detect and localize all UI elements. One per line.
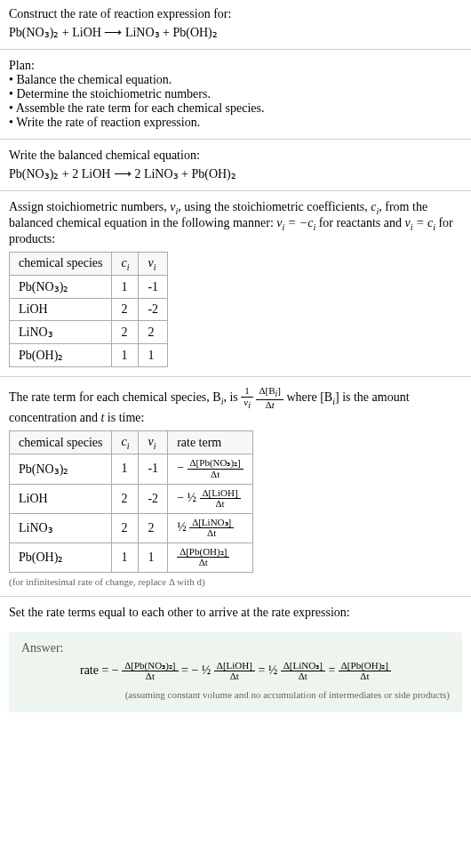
rate-expression: rate = − Δ[Pb(NO₃)₂]Δt = − ½ Δ[LiOH]Δt =…: [21, 661, 450, 682]
cell-ci: 2: [112, 299, 139, 321]
header-title: Construct the rate of reaction expressio…: [9, 7, 462, 21]
equals: =: [328, 663, 338, 677]
cell-ci: 1: [112, 344, 139, 367]
cell-vi: 1: [139, 542, 168, 572]
plan-item-text: Assemble the rate term for each chemical…: [16, 101, 265, 115]
col-ci: ci: [112, 252, 139, 276]
header-block: Construct the rate of reaction expressio…: [0, 0, 471, 47]
table-header-row: chemical species ci νi rate term: [10, 430, 253, 454]
col-species: chemical species: [10, 252, 112, 276]
term-prefix: −: [112, 663, 119, 677]
cell-vi: 2: [139, 321, 168, 344]
term-den: Δt: [122, 671, 178, 682]
rate-den: Δt: [177, 558, 229, 568]
term-prefix: ½: [268, 663, 278, 677]
divider: [0, 376, 471, 377]
final-title-block: Set the rate terms equal to each other t…: [0, 599, 471, 627]
plan-item: • Balance the chemical equation.: [9, 73, 462, 87]
cell-rate-term: − ½ Δ[LiOH]Δt: [168, 484, 253, 513]
header-equation: Pb(NO₃)₂ + LiOH ⟶ LiNO₃ + Pb(OH)₂: [9, 25, 462, 40]
cell-species: Pb(OH)₂: [10, 344, 112, 367]
equals: =: [258, 663, 267, 677]
rate-intro-text: where [B: [286, 390, 332, 404]
rate-prefix: − ½: [177, 491, 196, 504]
rate-prefix: ½: [177, 520, 187, 534]
answer-box: Answer: rate = − Δ[Pb(NO₃)₂]Δt = − ½ Δ[L…: [9, 632, 462, 712]
cell-rate-term: Δ[Pb(OH)₂]Δt: [168, 542, 253, 572]
cell-vi: -1: [139, 276, 168, 299]
stoich-block: Assign stoichiometric numbers, νi, using…: [0, 193, 471, 374]
rate-block: The rate term for each chemical species,…: [0, 379, 471, 593]
cell-species: Pb(NO₃)₂: [10, 454, 112, 484]
equals: =: [181, 663, 191, 677]
nu-eq-neg-c: νi = −ci: [276, 216, 315, 229]
cell-species: LiNO₃: [10, 513, 112, 542]
col-vi: νi: [139, 252, 168, 276]
rate-prefix: −: [177, 462, 184, 475]
cell-ci: 2: [112, 513, 139, 542]
cell-ci: 1: [112, 276, 139, 299]
balanced-equation: Pb(NO₃)₂ + 2 LiOH ⟶ 2 LiNO₃ + Pb(OH)₂: [9, 166, 462, 181]
term-den: Δt: [281, 671, 325, 682]
balanced-title: Write the balanced chemical equation:: [9, 149, 462, 163]
stoich-text: , using the stoichiometric coefficients,: [178, 200, 371, 213]
cell-vi: -2: [139, 484, 168, 513]
term-den: Δt: [214, 671, 255, 682]
answer-label: Answer:: [21, 641, 450, 655]
rate-intro-text: , is: [223, 390, 241, 404]
stoich-text: for reactants and: [315, 216, 404, 229]
cell-species: LiOH: [10, 484, 112, 513]
cell-ci: 2: [112, 484, 139, 513]
table-row: Pb(NO₃)₂1-1: [10, 276, 168, 299]
plan-item: • Determine the stoichiometric numbers.: [9, 87, 462, 101]
rate-formula: 1νi Δ[Bi]Δt: [241, 390, 286, 404]
stoich-table: chemical species ci νi Pb(NO₃)₂1-1 LiOH2…: [9, 252, 168, 368]
rate-label: rate =: [80, 663, 112, 677]
rate-term-table: chemical species ci νi rate term Pb(NO₃)…: [9, 430, 253, 573]
table-header-row: chemical species ci νi: [10, 252, 168, 276]
rate-den: Δt: [188, 470, 243, 480]
stoich-text: Assign stoichiometric numbers,: [9, 200, 170, 213]
plan-item: • Write the rate of reaction expression.: [9, 116, 462, 130]
nu-eq-c: νi = ci: [404, 216, 435, 229]
cell-ci: 2: [112, 321, 139, 344]
final-title: Set the rate terms equal to each other t…: [9, 606, 462, 620]
table-row: LiNO₃ 2 2 ½ Δ[LiNO₃]Δt: [10, 513, 253, 542]
cell-rate-term: − Δ[Pb(NO₃)₂]Δt: [168, 454, 253, 484]
table-row: Pb(OH)₂11: [10, 344, 168, 367]
plan-block: Plan: • Balance the chemical equation. •…: [0, 52, 471, 137]
divider: [0, 49, 471, 50]
assumption-note: (assuming constant volume and no accumul…: [21, 689, 450, 700]
col-rate-term: rate term: [168, 430, 253, 454]
cell-vi: 2: [139, 513, 168, 542]
plan-item: • Assemble the rate term for each chemic…: [9, 101, 462, 116]
c-i: ci: [371, 200, 379, 213]
plan-title: Plan:: [9, 59, 462, 73]
cell-species: LiOH: [10, 299, 112, 321]
col-species: chemical species: [10, 430, 112, 454]
divider: [0, 139, 471, 140]
table-row: LiNO₃22: [10, 321, 168, 344]
cell-species: Pb(NO₃)₂: [10, 276, 112, 299]
term-prefix: − ½: [191, 663, 211, 677]
term-den: Δt: [339, 671, 391, 682]
cell-ci: 1: [112, 542, 139, 572]
cell-species: LiNO₃: [10, 321, 112, 344]
table-row: Pb(OH)₂ 1 1 Δ[Pb(OH)₂]Δt: [10, 542, 253, 572]
balanced-block: Write the balanced chemical equation: Pb…: [0, 141, 471, 189]
rate-den: Δt: [200, 499, 241, 510]
plan-item-text: Write the rate of reaction expression.: [16, 116, 200, 129]
divider: [0, 190, 471, 191]
cell-vi: -2: [139, 299, 168, 321]
rate-den: Δt: [189, 528, 234, 539]
cell-rate-term: ½ Δ[LiNO₃]Δt: [168, 513, 253, 542]
table-row: LiOH2-2: [10, 299, 168, 321]
rate-intro-text: is time:: [104, 411, 144, 424]
cell-vi: -1: [139, 454, 168, 484]
plan-item-text: Determine the stoichiometric numbers.: [16, 87, 211, 100]
nu-i: νi: [170, 200, 178, 213]
table-row: LiOH 2 -2 − ½ Δ[LiOH]Δt: [10, 484, 253, 513]
rate-intro-text: The rate term for each chemical species,…: [9, 390, 221, 404]
divider: [0, 596, 471, 597]
cell-species: Pb(OH)₂: [10, 542, 112, 572]
